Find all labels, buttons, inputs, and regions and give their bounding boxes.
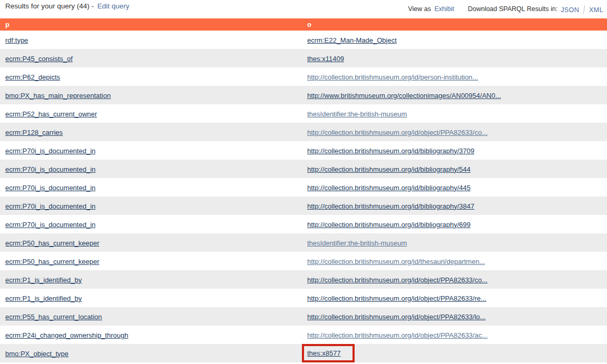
table-row: rdf:typeecrm:E22_Man-Made_Object <box>0 31 607 49</box>
xml-download-link[interactable]: XML <box>589 6 603 14</box>
download-links: JSON XML <box>561 5 603 14</box>
predicate-link[interactable]: bmo:PX_has_main_representation <box>5 92 111 100</box>
top-bar: Results for your query (44) - Edit query… <box>0 0 607 18</box>
object-link[interactable]: http://www.britishmuseum.org/collectioni… <box>307 92 501 100</box>
table-row: bmo:PX_has_main_representationhttp://www… <box>0 86 607 104</box>
predicate-link[interactable]: ecrm:P1_is_identified_by <box>5 294 82 302</box>
object-link[interactable]: http://collection.britishmuseum.org/id/o… <box>307 294 486 302</box>
results-count-title: Results for your query (44) - <box>5 2 94 10</box>
top-right-toolbar: View as Exhibit Download SPARQL Results … <box>408 4 603 13</box>
object-link[interactable]: http://collection.britishmuseum.org/id/b… <box>307 165 471 173</box>
object-link[interactable]: http://collection.britishmuseum.org/id/o… <box>307 313 486 321</box>
predicate-link[interactable]: ecrm:P55_has_current_location <box>5 313 102 321</box>
object-link[interactable]: thesIdentifier:the-british-museum <box>307 110 407 118</box>
download-label: Download SPARQL Results in: <box>468 5 557 13</box>
results-table-body: rdf:typeecrm:E22_Man-Made_Objectecrm:P45… <box>0 31 607 362</box>
highlight-annotation-box: thes:x8577 <box>302 344 355 362</box>
exhibit-link[interactable]: Exhibit <box>434 5 454 13</box>
page-title: Results for your query (44) - Edit query <box>5 2 130 10</box>
object-link[interactable]: http://collection.britishmuseum.org/id/b… <box>307 147 474 155</box>
column-header-o: o <box>302 21 607 28</box>
table-row: ecrm:P62_depictshttp://collection.britis… <box>0 67 607 86</box>
predicate-link[interactable]: ecrm:P52_has_current_owner <box>5 110 97 118</box>
table-row: ecrm:P24i_changed_ownership_throughhttp:… <box>0 326 607 344</box>
json-download-link[interactable]: JSON <box>561 6 579 14</box>
predicate-link[interactable]: rdf:type <box>5 36 28 44</box>
predicate-link[interactable]: ecrm:P50_has_current_keeper <box>5 239 100 247</box>
table-row: bmo:PX_object_typethes:x8577 <box>0 344 607 362</box>
table-row: ecrm:P70i_is_documented_inhttp://collect… <box>0 215 607 233</box>
object-link[interactable]: http://collection.britishmuseum.org/id/o… <box>307 331 487 339</box>
table-row: ecrm:P70i_is_documented_inhttp://collect… <box>0 196 607 215</box>
object-link[interactable]: http://collection.britishmuseum.org/id/b… <box>307 184 471 192</box>
table-row: ecrm:P52_has_current_ownerthesIdentifier… <box>0 104 607 123</box>
predicate-link[interactable]: ecrm:P70i_is_documented_in <box>5 202 95 210</box>
predicate-link[interactable]: ecrm:P70i_is_documented_in <box>5 184 95 192</box>
object-link[interactable]: http://collection.britishmuseum.org/id/p… <box>307 73 478 81</box>
table-row: ecrm:P1_is_identified_byhttp://collectio… <box>0 289 607 307</box>
results-table: p o rdf:typeecrm:E22_Man-Made_Objectecrm… <box>0 18 607 362</box>
table-header: p o <box>0 18 607 31</box>
object-link[interactable]: http://collection.britishmuseum.org/id/o… <box>307 129 487 136</box>
predicate-link[interactable]: ecrm:P50_has_current_keeper <box>5 258 100 265</box>
table-row: ecrm:P55_has_current_locationhttp://coll… <box>0 307 607 326</box>
view-as-label: View as <box>408 5 431 13</box>
predicate-link[interactable]: ecrm:P45_consists_of <box>5 55 73 63</box>
table-row: ecrm:P70i_is_documented_inhttp://collect… <box>0 178 607 196</box>
predicate-link[interactable]: ecrm:P128_carries <box>5 129 63 136</box>
object-link[interactable]: thes:x8577 <box>307 349 341 357</box>
predicate-link[interactable]: ecrm:P24i_changed_ownership_through <box>5 331 128 339</box>
table-row: ecrm:P70i_is_documented_inhttp://collect… <box>0 160 607 178</box>
object-link[interactable]: thes:x11409 <box>307 55 344 63</box>
table-row: ecrm:P1_is_identified_byhttp://collectio… <box>0 270 607 289</box>
object-link[interactable]: http://collection.britishmuseum.org/id/o… <box>307 276 487 284</box>
predicate-link[interactable]: ecrm:P70i_is_documented_in <box>5 221 95 229</box>
table-row: ecrm:P128_carrieshttp://collection.briti… <box>0 123 607 141</box>
object-link[interactable]: http://collection.britishmuseum.org/id/b… <box>307 221 471 229</box>
object-link[interactable]: ecrm:E22_Man-Made_Object <box>307 36 397 44</box>
predicate-link[interactable]: ecrm:P1_is_identified_by <box>5 276 82 284</box>
download-group: Download SPARQL Results in: JSON XML <box>468 4 603 13</box>
predicate-link[interactable]: ecrm:P70i_is_documented_in <box>5 147 95 155</box>
table-row: ecrm:P70i_is_documented_inhttp://collect… <box>0 141 607 160</box>
object-link[interactable]: http://collection.britishmuseum.org/id/t… <box>307 258 485 265</box>
object-link[interactable]: http://collection.britishmuseum.org/id/b… <box>307 202 474 210</box>
edit-query-link[interactable]: Edit query <box>97 2 130 10</box>
predicate-link[interactable]: ecrm:P62_depicts <box>5 73 60 81</box>
predicate-link[interactable]: ecrm:P70i_is_documented_in <box>5 165 95 173</box>
table-row: ecrm:P50_has_current_keeperhttp://collec… <box>0 252 607 270</box>
view-as-group: View as Exhibit <box>408 5 454 13</box>
table-row: ecrm:P45_consists_ofthes:x11409 <box>0 49 607 67</box>
table-row: ecrm:P50_has_current_keeperthesIdentifie… <box>0 233 607 252</box>
vertical-separator <box>583 5 585 14</box>
column-header-p: p <box>0 21 302 28</box>
object-link[interactable]: thesIdentifier:the-british-museum <box>307 239 407 247</box>
predicate-link[interactable]: bmo:PX_object_type <box>5 350 68 358</box>
